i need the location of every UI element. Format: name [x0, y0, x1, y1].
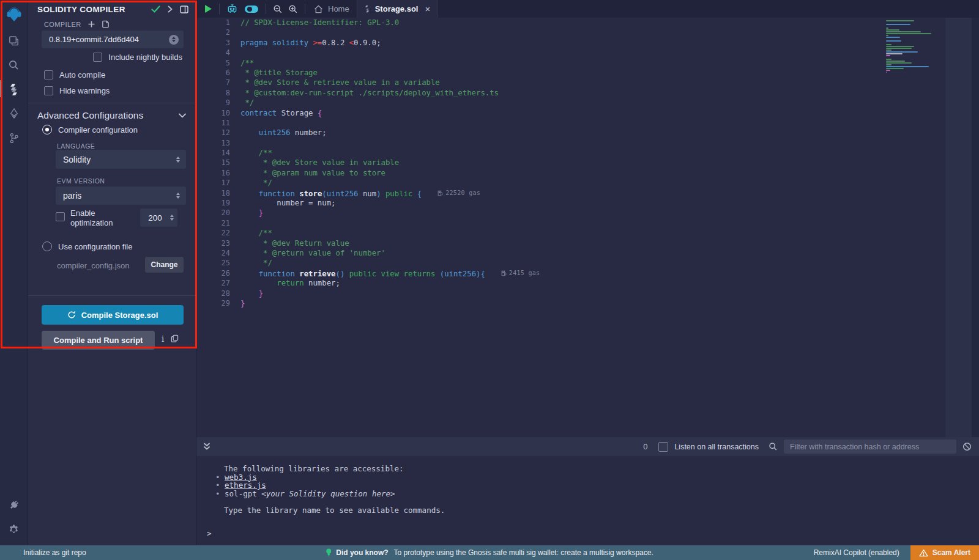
code-line[interactable]: 23 * @dev Return value: [196, 238, 979, 248]
code-line[interactable]: 5/**: [196, 58, 979, 68]
init-git-repo-button[interactable]: Initialize as git repo: [23, 548, 86, 557]
panel-title: SOLIDITY COMPILER: [37, 5, 151, 14]
zoom-out-icon[interactable]: [273, 4, 283, 14]
solidity-file-icon: [364, 5, 370, 13]
file-explorer-icon[interactable]: [0, 28, 28, 53]
compile-and-run-button[interactable]: Compile and Run script: [42, 331, 155, 350]
code-line[interactable]: 24 * @return value of 'number': [196, 248, 979, 258]
warning-triangle-icon: [919, 549, 928, 557]
code-line[interactable]: 17 */: [196, 178, 979, 188]
code-line[interactable]: 4: [196, 48, 979, 57]
code-line[interactable]: 29}: [196, 298, 979, 308]
compiler-version-select[interactable]: 0.8.19+commit.7dd6d404: [42, 31, 184, 48]
scam-alert-label: Scam Alert: [932, 548, 970, 557]
nightly-builds-label[interactable]: Include nightly builds: [108, 53, 182, 62]
open-compiler-file-icon[interactable]: [102, 20, 110, 28]
info-icon[interactable]: i: [162, 334, 164, 344]
code-line[interactable]: 18 function store(uint256 num) public {2…: [196, 188, 979, 198]
nightly-builds-checkbox[interactable]: [93, 53, 102, 62]
enable-optimization-checkbox[interactable]: [56, 212, 65, 221]
code-line[interactable]: 26 function retrieve() public view retur…: [196, 268, 979, 278]
code-line[interactable]: 25 */: [196, 258, 979, 268]
settings-icon[interactable]: [0, 517, 28, 542]
code-line[interactable]: 7 * @dev Store & retrieve value in a var…: [196, 78, 979, 87]
code-line[interactable]: 11: [196, 118, 979, 128]
hide-warnings-label[interactable]: Hide warnings: [59, 86, 110, 95]
code-line[interactable]: 22 /**: [196, 228, 979, 238]
listen-transactions-label[interactable]: Listen on all transactions: [674, 443, 759, 451]
terminal-hint: Type the library name to see available c…: [196, 506, 979, 515]
remix-logo[interactable]: [0, 0, 28, 28]
clear-console-icon[interactable]: [962, 442, 972, 451]
code-line[interactable]: 20 }: [196, 208, 979, 218]
expand-terminal-icon[interactable]: [203, 443, 210, 451]
change-config-button[interactable]: Change: [145, 257, 184, 273]
compiler-configuration-radio[interactable]: [42, 125, 52, 134]
number-stepper-icon[interactable]: [170, 215, 174, 221]
code-line[interactable]: 14 /**: [196, 148, 979, 158]
code-line[interactable]: 12 uint256 number;: [196, 128, 979, 138]
search-icon[interactable]: [0, 53, 28, 77]
code-line[interactable]: 19 number = num;: [196, 198, 979, 208]
add-compiler-icon[interactable]: [88, 21, 95, 28]
pin-panel-icon[interactable]: [180, 6, 188, 13]
code-line[interactable]: 6 * @title Storage: [196, 68, 979, 78]
auto-compile-label[interactable]: Auto compile: [59, 70, 105, 79]
divider: [28, 103, 196, 103]
code-line[interactable]: 10contract Storage {: [196, 108, 979, 118]
minimap[interactable]: [886, 20, 944, 73]
code-line[interactable]: 3pragma solidity >=0.8.2 <0.9.0;: [196, 38, 979, 48]
collapse-panel-icon[interactable]: [168, 6, 173, 13]
evm-version-select[interactable]: paris: [56, 186, 186, 205]
code-line[interactable]: 8 * @custom:dev-run-script ./scripts/dep…: [196, 88, 979, 98]
copy-icon[interactable]: [171, 334, 179, 342]
evm-version-label: EVM VERSION: [57, 177, 105, 185]
compiled-check-icon: [151, 6, 160, 13]
zoom-in-icon[interactable]: [288, 4, 298, 14]
code-line[interactable]: 28 }: [196, 289, 979, 298]
terminal-prompt[interactable]: >: [207, 529, 212, 538]
code-line[interactable]: 1// SPDX-License-Identifier: GPL-3.0: [196, 18, 979, 28]
listen-transactions-checkbox[interactable]: [658, 442, 668, 452]
lightbulb-icon: [326, 548, 332, 557]
hide-warnings-checkbox[interactable]: [44, 86, 53, 95]
code-line[interactable]: 27 return number;: [196, 278, 979, 288]
active-plugin-indicator: [0, 80, 2, 97]
code-editor[interactable]: 1// SPDX-License-Identifier: GPL-3.023pr…: [196, 18, 979, 437]
run-script-play-icon[interactable]: [204, 4, 212, 13]
code-line[interactable]: 21: [196, 218, 979, 228]
code-line[interactable]: 13: [196, 138, 979, 148]
ai-copilot-robot-icon[interactable]: [226, 4, 238, 14]
plugin-manager-icon[interactable]: [0, 493, 28, 517]
code-line[interactable]: 9 */: [196, 98, 979, 108]
code-line[interactable]: 16 * @param num value to store: [196, 168, 979, 178]
compile-button[interactable]: Compile Storage.sol: [42, 305, 184, 325]
terminal-body[interactable]: The following libraries are accessible: …: [196, 456, 979, 545]
auto-compile-checkbox[interactable]: [44, 70, 53, 79]
language-select[interactable]: Solidity: [56, 150, 186, 169]
enable-optimization-label[interactable]: Enable optimization: [70, 208, 129, 228]
use-configuration-file-radio[interactable]: [42, 241, 52, 251]
compiler-configuration-label[interactable]: Compiler configuration: [58, 125, 138, 134]
solgpt-prefix: sol-gpt: [225, 489, 261, 498]
solidity-compiler-icon[interactable]: [0, 77, 28, 101]
close-tab-icon[interactable]: ×: [425, 4, 430, 14]
code-line[interactable]: 15 * @dev Store value in variable: [196, 158, 979, 168]
tip-title: Did you know?: [336, 548, 388, 557]
code-lines: 1// SPDX-License-Identifier: GPL-3.023pr…: [196, 18, 979, 308]
code-line[interactable]: 2: [196, 28, 979, 37]
tab-storage-sol[interactable]: Storage.sol ×: [357, 0, 438, 18]
scam-alert-badge[interactable]: Scam Alert: [910, 545, 979, 560]
tab-home[interactable]: Home: [307, 0, 357, 18]
advanced-configurations-header[interactable]: Advanced Configurations: [37, 110, 186, 121]
transaction-filter-input[interactable]: [784, 440, 956, 454]
editor-scrollbar[interactable]: [945, 18, 972, 437]
optimization-runs-input[interactable]: 200: [140, 208, 177, 227]
git-icon[interactable]: [0, 126, 28, 150]
use-configuration-file-label[interactable]: Use configuration file: [58, 242, 132, 251]
solgpt-hint: <your Solidity question here>: [261, 489, 395, 498]
copilot-toggle[interactable]: [244, 5, 259, 13]
copilot-status[interactable]: RemixAI Copilot (enabled): [814, 548, 899, 557]
deploy-and-run-icon[interactable]: [0, 101, 28, 126]
gas-estimate: 22520 gas: [437, 188, 480, 198]
